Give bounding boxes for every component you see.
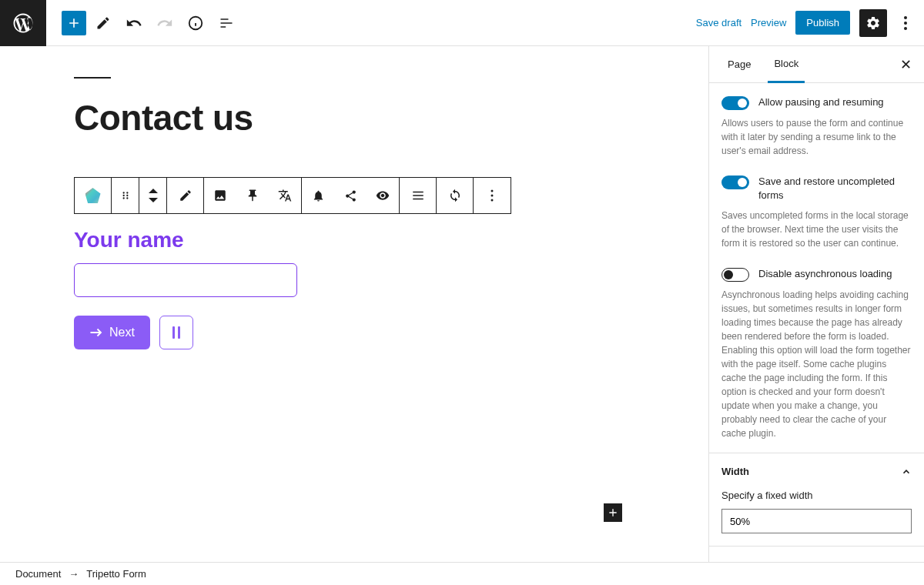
next-button-label: Next bbox=[109, 326, 135, 339]
publish-button[interactable]: Publish bbox=[795, 11, 850, 35]
svg-point-5 bbox=[904, 27, 907, 30]
add-block-button[interactable] bbox=[62, 11, 86, 35]
preview-button[interactable]: Preview bbox=[751, 17, 786, 28]
block-toolbar bbox=[74, 177, 511, 214]
name-input[interactable] bbox=[74, 263, 297, 297]
toggle-async[interactable] bbox=[721, 268, 749, 282]
svg-point-13 bbox=[491, 195, 494, 197]
breadcrumb-document[interactable]: Document bbox=[15, 568, 61, 580]
wordpress-logo[interactable] bbox=[0, 0, 46, 46]
form-field-label: Your name bbox=[74, 228, 631, 252]
toggle-async-label: Disable asynchronous loading bbox=[758, 267, 892, 281]
block-more-icon bbox=[474, 178, 511, 213]
svg-point-8 bbox=[122, 195, 124, 196]
toggle-save-restore-label: Save and restore uncompleted forms bbox=[758, 175, 912, 202]
undo-icon[interactable] bbox=[120, 9, 148, 37]
next-button[interactable]: Next bbox=[74, 316, 150, 349]
edit-mode-icon[interactable] bbox=[89, 9, 117, 37]
title-divider bbox=[74, 77, 111, 79]
info-icon[interactable] bbox=[182, 9, 209, 37]
tab-page[interactable]: Page bbox=[721, 46, 757, 83]
width-input[interactable] bbox=[721, 509, 912, 533]
toggle-save-restore-desc: Saves uncompleted forms in the local sto… bbox=[721, 209, 912, 250]
tab-block[interactable]: Block bbox=[768, 46, 805, 83]
toggle-pausing-desc: Allows users to pause the form and conti… bbox=[721, 116, 912, 158]
edit-form-icon[interactable] bbox=[167, 178, 204, 213]
page-title[interactable]: Contact us bbox=[74, 97, 631, 139]
drag-handle-icon[interactable] bbox=[112, 178, 139, 213]
svg-point-4 bbox=[904, 22, 907, 25]
redo-icon bbox=[151, 9, 179, 37]
sync-icon[interactable] bbox=[437, 178, 474, 213]
svg-point-3 bbox=[904, 16, 907, 19]
svg-rect-15 bbox=[172, 326, 175, 339]
bell-icon[interactable] bbox=[302, 178, 334, 213]
breadcrumb-block[interactable]: Tripetto Form bbox=[86, 568, 146, 580]
toggle-pausing[interactable] bbox=[721, 96, 749, 110]
svg-point-10 bbox=[122, 197, 124, 199]
breadcrumb-arrow-icon: → bbox=[69, 568, 79, 580]
more-options-icon[interactable] bbox=[896, 16, 915, 30]
outline-icon[interactable] bbox=[213, 9, 240, 37]
close-sidebar-icon[interactable]: ✕ bbox=[900, 56, 912, 73]
list-icon[interactable] bbox=[400, 178, 437, 213]
svg-point-12 bbox=[491, 190, 494, 192]
eye-icon[interactable] bbox=[367, 178, 399, 213]
toggle-save-restore[interactable] bbox=[721, 176, 749, 189]
chevron-up-icon bbox=[901, 466, 912, 477]
svg-point-11 bbox=[126, 197, 128, 199]
pin-icon[interactable] bbox=[236, 178, 269, 213]
svg-point-14 bbox=[491, 199, 494, 202]
settings-button[interactable] bbox=[859, 9, 887, 37]
image-icon[interactable] bbox=[204, 178, 236, 213]
move-arrows[interactable] bbox=[139, 178, 167, 213]
add-block-inline[interactable] bbox=[604, 503, 622, 522]
toggle-async-desc: Asynchronous loading helps avoiding cach… bbox=[721, 288, 912, 440]
save-draft-button[interactable]: Save draft bbox=[696, 17, 742, 28]
svg-point-9 bbox=[126, 195, 128, 196]
share-icon[interactable] bbox=[334, 178, 367, 213]
toggle-pausing-label: Allow pausing and resuming bbox=[758, 95, 884, 109]
translate-icon[interactable] bbox=[269, 178, 301, 213]
pause-button[interactable] bbox=[159, 316, 193, 349]
width-label: Specify a fixed width bbox=[721, 490, 912, 501]
width-panel-header[interactable]: Width bbox=[721, 466, 912, 477]
svg-point-6 bbox=[122, 192, 124, 193]
svg-point-7 bbox=[126, 192, 128, 193]
tripetto-block-icon[interactable] bbox=[75, 178, 112, 213]
svg-rect-16 bbox=[178, 326, 180, 339]
